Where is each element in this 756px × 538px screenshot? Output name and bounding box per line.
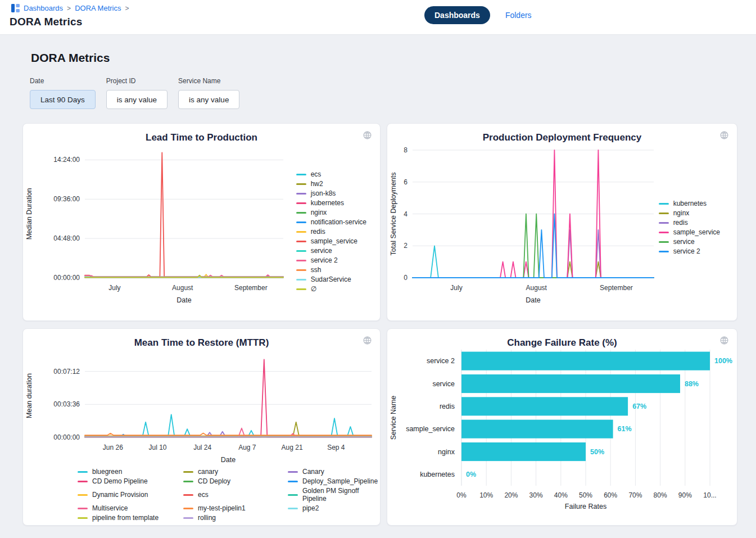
legend-item[interactable]: ssh [296,266,366,274]
legend-item[interactable]: notification-service [296,218,366,226]
legend-label: kubernetes [673,200,707,207]
legend-swatch [183,471,193,473]
legend-item[interactable]: json-k8s [296,189,366,197]
svg-text:0%: 0% [456,491,467,499]
filter-project-id: Project ID is any value [106,77,168,109]
legend-label: canary [198,468,218,476]
legend-item[interactable]: my-test-pipelin1 [183,504,288,512]
legend-swatch [296,174,306,175]
svg-text:80%: 80% [654,491,667,499]
service-name-filter-button[interactable]: is any value [178,90,239,109]
svg-text:Date: Date [221,456,236,464]
legend-item[interactable]: CD Deploy [183,477,288,485]
breadcrumb-link-dora-metrics[interactable]: DORA Metrics [75,4,121,12]
legend-item[interactable]: kubernetes [296,199,366,207]
legend-label: rolling [198,514,216,522]
legend-swatch [296,260,306,261]
legend-swatch [183,494,193,496]
legend-item[interactable]: nginx [659,209,720,217]
svg-text:Jun 26: Jun 26 [103,444,123,451]
legend-label: Multiservice [92,504,128,512]
legend-item[interactable]: service 2 [296,256,366,264]
legend-item[interactable]: SudarService [296,275,366,283]
filter-date: Date Last 90 Days [30,77,96,109]
legend-item[interactable]: Golden PM Signoff Pipeline [288,487,380,503]
legend-item[interactable]: service 2 [659,247,720,255]
svg-text:04:48:00: 04:48:00 [53,234,80,242]
globe-icon[interactable] [363,336,372,345]
breadcrumb-separator: > [67,4,71,12]
legend-item[interactable]: canary [183,468,288,476]
legend-item[interactable]: ∅ [296,285,366,293]
legend-label: nginx [673,209,690,217]
line-chart-svg: 00:00:0000:03:3600:07:12Jun 26Jul 10Jul … [23,346,380,465]
breadcrumb-link-dashboards[interactable]: Dashboards [24,4,63,12]
legend-item[interactable]: rolling [183,514,288,522]
tab-dashboards[interactable]: Dashboards [424,6,490,24]
legend-item[interactable]: Dynamic Provision [78,487,183,503]
svg-text:61%: 61% [618,425,632,433]
legend-item[interactable]: CD Demo Pipeline [78,477,183,485]
legend-item[interactable]: Canary [288,468,380,476]
legend-swatch [296,269,306,271]
legend-label: pipe2 [302,504,319,512]
legend-swatch [659,241,669,243]
filter-service-name: Service Name is any value [178,77,239,109]
legend-label: service 2 [311,256,338,264]
legend-item[interactable]: service [659,238,720,246]
legend-item[interactable]: Deploy_Sample_Pipeline [288,477,380,485]
dashboard-title: DORA Metrics [31,51,756,65]
legend-item[interactable]: redis [296,228,366,236]
legend-item[interactable]: pipe2 [288,504,380,512]
legend-item[interactable]: redis [659,219,720,227]
chart-legend: bluegreencanaryCanaryCD Demo PipelineCD … [78,468,380,522]
legend-item[interactable]: ecs [183,487,288,503]
bar-chart-change-failure-rate: 0%10%20%30%40%50%60%70%80%90%10...servic… [387,346,737,515]
legend-item[interactable]: nginx [296,209,366,216]
dashboard-grid: Lead Time to Production 00:00:0004:48:00… [22,123,737,526]
svg-text:67%: 67% [632,403,646,410]
legend-label: nginx [311,209,327,216]
project-id-filter-button[interactable]: is any value [106,90,168,109]
svg-text:Median Duration: Median Duration [25,188,33,240]
tab-folders[interactable]: Folders [505,11,532,20]
date-filter-button[interactable]: Last 90 Days [30,90,96,109]
globe-icon[interactable] [719,130,729,140]
legend-item[interactable]: sample_service [659,228,720,236]
legend-swatch [288,481,298,482]
legend-item[interactable]: sample_service [296,237,366,245]
legend-swatch [296,231,306,233]
breadcrumb-separator: > [125,4,129,12]
legend-swatch [78,517,88,519]
legend-item[interactable]: bluegreen [78,468,183,476]
legend-label: pipeline from template [92,514,159,522]
legend-label: service [673,238,695,246]
chart-card-change-failure-rate: Change Failure Rate (%) 0%10%20%30%40%50… [387,328,737,526]
svg-text:10...: 10... [703,491,716,499]
svg-text:Failure Rates: Failure Rates [565,503,606,510]
svg-text:Date: Date [176,296,191,304]
globe-icon[interactable] [719,336,729,345]
svg-text:September: September [234,284,268,292]
legend-label: SudarService [311,275,351,283]
svg-text:50%: 50% [590,448,604,456]
svg-text:September: September [600,284,633,292]
legend-swatch [296,279,306,281]
legend-item[interactable]: hw2 [296,180,366,188]
svg-text:redis: redis [440,403,455,410]
svg-text:Jul 10: Jul 10 [148,444,166,451]
legend-item[interactable]: service [296,247,366,255]
legend-label: ssh [311,266,322,274]
legend-item[interactable]: ecs [296,170,366,178]
legend-swatch [296,212,306,214]
legend-item[interactable]: pipeline from template [78,514,183,522]
legend-label: kubernetes [311,199,344,207]
legend-item[interactable]: Multiservice [78,504,183,512]
bar-chart-svg: 0%10%20%30%40%50%60%70%80%90%10...servic… [387,346,737,515]
svg-text:14:24:00: 14:24:00 [53,156,80,164]
legend-swatch [659,203,669,205]
globe-icon[interactable] [363,130,372,140]
filter-label: Service Name [178,77,239,85]
legend-label: redis [673,219,688,227]
legend-item[interactable]: kubernetes [659,200,720,207]
